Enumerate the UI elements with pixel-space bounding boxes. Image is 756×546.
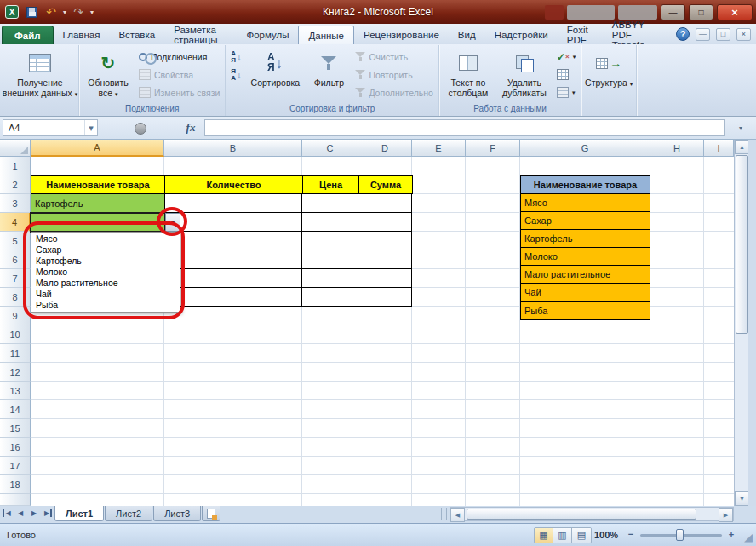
- next-sheet-button[interactable]: ▶: [27, 506, 41, 520]
- cell-g6[interactable]: Молоко: [521, 248, 650, 266]
- horizontal-sc-track[interactable]: [465, 508, 719, 520]
- row-header[interactable]: 12: [0, 363, 31, 382]
- name-box[interactable]: A4 ▾: [3, 119, 98, 136]
- vertical-scrollbar[interactable]: ▲ ▼: [734, 140, 748, 506]
- zoom-slider-thumb[interactable]: [676, 529, 684, 541]
- cell-g3[interactable]: Мясо: [521, 194, 650, 212]
- empty-cell[interactable]: [164, 232, 302, 250]
- column-header-c[interactable]: C: [302, 140, 358, 157]
- outline-button[interactable]: → Структура ▾: [584, 46, 633, 116]
- cell-a3[interactable]: Картофель: [31, 194, 165, 213]
- row-header[interactable]: 3: [0, 194, 31, 213]
- page-layout-view-button[interactable]: ▥: [553, 528, 572, 543]
- row-header[interactable]: 1: [0, 157, 31, 175]
- first-sheet-button[interactable]: ◀: [0, 506, 14, 520]
- empty-cell[interactable]: [302, 213, 358, 232]
- clear-filter-button[interactable]: Очистить: [352, 49, 436, 65]
- empty-cell[interactable]: [164, 288, 302, 307]
- empty-cell[interactable]: [164, 194, 302, 213]
- last-sheet-button[interactable]: ▶: [41, 506, 54, 520]
- refresh-all-button[interactable]: ↻ Обновить все ▾: [82, 46, 135, 103]
- scroll-left-icon[interactable]: ◀: [450, 508, 465, 522]
- empty-cell[interactable]: [164, 250, 302, 269]
- column-header-f[interactable]: F: [466, 140, 520, 157]
- zoom-out-button[interactable]: −: [625, 529, 637, 541]
- tab-page-layout[interactable]: Разметка страницы: [164, 26, 237, 44]
- page-break-view-button[interactable]: ▤: [572, 528, 591, 543]
- tab-home[interactable]: Главная: [54, 26, 110, 44]
- consolidate-button[interactable]: [554, 66, 578, 83]
- workbook-restore-icon[interactable]: □: [716, 28, 730, 41]
- empty-cell[interactable]: [302, 232, 358, 250]
- empty-cell[interactable]: [164, 269, 302, 288]
- sort-az-button[interactable]: АЯ ↓: [228, 49, 243, 65]
- row-header[interactable]: 17: [0, 457, 31, 475]
- cell-c2[interactable]: Цена: [303, 176, 359, 193]
- advanced-filter-button[interactable]: Дополнительно: [352, 84, 436, 101]
- normal-view-button[interactable]: ▦: [535, 528, 553, 543]
- scroll-up-icon[interactable]: ▲: [735, 140, 749, 154]
- tab-review[interactable]: Рецензирование: [354, 26, 449, 44]
- row-header[interactable]: 2: [0, 175, 31, 194]
- scroll-right-icon[interactable]: ▶: [719, 508, 733, 522]
- maximize-button[interactable]: □: [689, 4, 713, 20]
- cell-g4[interactable]: Сахар: [521, 212, 650, 230]
- connections-button[interactable]: Подключения: [136, 49, 222, 65]
- empty-cell[interactable]: [358, 232, 412, 250]
- cell-b2[interactable]: Количество: [165, 176, 303, 193]
- column-header-a[interactable]: A: [31, 140, 164, 157]
- cell-g5[interactable]: Картофель: [521, 230, 650, 248]
- row-header[interactable]: [0, 494, 31, 506]
- column-header-b[interactable]: B: [164, 140, 302, 157]
- horizontal-scroll-thumb[interactable]: [467, 509, 696, 520]
- zoom-level[interactable]: 100%: [594, 530, 618, 540]
- properties-button[interactable]: Свойства: [136, 66, 222, 83]
- row-header[interactable]: 13: [0, 382, 31, 400]
- column-header-i[interactable]: I: [704, 140, 734, 157]
- column-header-d[interactable]: D: [358, 140, 412, 157]
- cell-g8[interactable]: Чай: [521, 284, 650, 302]
- text-to-columns-button[interactable]: Текст по столбцам: [442, 46, 495, 103]
- minimize-button[interactable]: —: [661, 4, 685, 20]
- cell-g2[interactable]: Наименование товара: [521, 176, 650, 194]
- empty-cell[interactable]: [302, 288, 358, 307]
- column-header-e[interactable]: E: [412, 140, 466, 157]
- tab-view[interactable]: Вид: [449, 26, 485, 44]
- sheet-tab-1[interactable]: Лист1: [54, 506, 104, 521]
- empty-cell[interactable]: [358, 288, 412, 307]
- get-external-data-button[interactable]: Получение внешних данных ▾: [4, 46, 76, 116]
- workbook-minimize-icon[interactable]: —: [696, 28, 710, 41]
- tab-insert[interactable]: Вставка: [109, 26, 164, 44]
- formula-input[interactable]: [204, 119, 725, 136]
- formula-bar-collapse-icon[interactable]: ▾: [729, 119, 753, 136]
- row-header[interactable]: 11: [0, 344, 31, 363]
- column-header-h[interactable]: H: [650, 140, 704, 157]
- name-box-dropdown-icon[interactable]: ▾: [84, 120, 97, 135]
- tab-abbyy-pdf[interactable]: ABBYY PDF Transfo: [603, 26, 676, 44]
- reapply-filter-button[interactable]: Повторить: [352, 66, 436, 83]
- empty-cell[interactable]: [358, 269, 412, 288]
- sheet-tab-2[interactable]: Лист2: [105, 506, 152, 521]
- zoom-in-button[interactable]: +: [725, 529, 737, 541]
- empty-cell[interactable]: [302, 250, 358, 269]
- cell-g9[interactable]: Рыба: [521, 302, 650, 319]
- empty-cell[interactable]: [302, 269, 358, 288]
- sheet-tab-3[interactable]: Лист3: [153, 506, 201, 521]
- empty-cell[interactable]: [358, 194, 412, 213]
- tab-data[interactable]: Данные: [298, 26, 354, 44]
- horizontal-scrollbar[interactable]: ◀ ▶: [450, 507, 734, 521]
- previous-sheet-button[interactable]: ◀: [14, 506, 27, 520]
- scroll-down-icon[interactable]: ▼: [735, 491, 749, 506]
- insert-worksheet-button[interactable]: [202, 506, 220, 521]
- workbook-close-icon[interactable]: ×: [736, 28, 751, 41]
- column-header-g[interactable]: G: [520, 140, 650, 157]
- tab-formulas[interactable]: Формулы: [237, 26, 298, 44]
- row-header[interactable]: 15: [0, 419, 31, 438]
- sort-za-button[interactable]: ЯА ↓: [228, 66, 243, 83]
- tab-foxit-pdf[interactable]: Foxit PDF: [558, 26, 603, 44]
- tab-splitter-handle[interactable]: [441, 508, 447, 520]
- empty-cell[interactable]: [358, 250, 412, 269]
- row-header[interactable]: 10: [0, 325, 31, 344]
- row-header[interactable]: 16: [0, 438, 31, 457]
- row-header[interactable]: 18: [0, 475, 31, 494]
